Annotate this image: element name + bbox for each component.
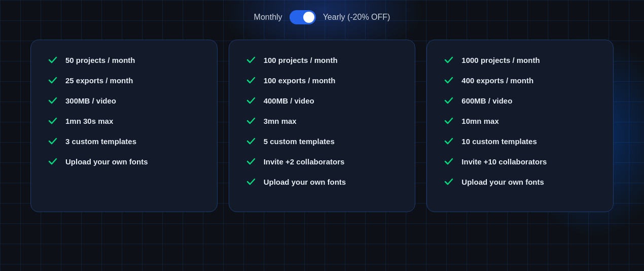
feature-item: 25 exports / month — [47, 75, 201, 86]
billing-toggle[interactable] — [290, 10, 316, 24]
feature-item: 1000 projects / month — [443, 54, 597, 65]
check-icon — [443, 136, 454, 147]
check-icon — [443, 156, 454, 167]
feature-item: 10 custom templates — [443, 136, 597, 147]
feature-item: Upload your own fonts — [47, 156, 201, 167]
check-icon — [245, 136, 257, 147]
plan-card-pro: 100 projects / month 100 exports / month… — [229, 40, 416, 212]
feature-item: Invite +2 collaborators — [245, 156, 399, 167]
feature-text: 3 custom templates — [65, 137, 136, 146]
feature-text: Upload your own fonts — [461, 178, 544, 186]
yearly-label: Yearly (-20% OFF) — [323, 13, 390, 22]
check-icon — [245, 95, 257, 106]
feature-text: Upload your own fonts — [264, 178, 346, 186]
check-icon — [245, 115, 257, 126]
feature-item: 5 custom templates — [245, 136, 399, 147]
check-icon — [443, 75, 454, 86]
feature-text: Upload your own fonts — [65, 157, 148, 166]
feature-item: 100 projects / month — [245, 54, 399, 65]
feature-text: 1mn 30s max — [65, 117, 113, 125]
feature-text: 3mn max — [264, 117, 297, 125]
feature-item: 100 exports / month — [245, 75, 399, 86]
feature-item: Invite +10 collaborators — [443, 156, 597, 167]
check-icon — [245, 176, 257, 187]
check-icon — [443, 176, 454, 187]
feature-text: 50 projects / month — [65, 56, 135, 64]
check-icon — [245, 54, 257, 65]
feature-list-business: 1000 projects / month 400 exports / mont… — [443, 54, 597, 187]
monthly-label: Monthly — [254, 13, 282, 22]
check-icon — [245, 75, 257, 86]
check-icon — [47, 115, 58, 126]
feature-text: 400 exports / month — [461, 76, 533, 85]
check-icon — [47, 95, 58, 106]
feature-item: 400MB / video — [245, 95, 399, 106]
feature-text: 5 custom templates — [264, 137, 335, 146]
feature-text: 1000 projects / month — [461, 56, 540, 64]
feature-list-starter: 50 projects / month 25 exports / month 3… — [47, 54, 201, 167]
check-icon — [47, 75, 58, 86]
check-icon — [443, 54, 454, 65]
plan-card-business: 1000 projects / month 400 exports / mont… — [426, 40, 614, 212]
feature-text: 10mn max — [461, 117, 498, 125]
feature-item: 10mn max — [443, 115, 597, 126]
check-icon — [47, 136, 58, 147]
feature-text: Invite +10 collaborators — [461, 157, 547, 166]
check-icon — [245, 156, 257, 167]
check-icon — [47, 54, 58, 65]
billing-toggle-row: Monthly Yearly (-20% OFF) — [254, 10, 390, 24]
feature-list-pro: 100 projects / month 100 exports / month… — [245, 54, 399, 187]
page-container: Monthly Yearly (-20% OFF) 50 projects / … — [0, 0, 644, 271]
feature-item: 50 projects / month — [47, 54, 201, 65]
feature-text: 100 projects / month — [264, 56, 338, 64]
check-icon — [443, 95, 454, 106]
feature-text: 25 exports / month — [65, 76, 133, 85]
feature-text: 10 custom templates — [461, 137, 536, 146]
plan-card-starter: 50 projects / month 25 exports / month 3… — [30, 40, 218, 212]
feature-item: 400 exports / month — [443, 75, 597, 86]
plans-container: 50 projects / month 25 exports / month 3… — [0, 40, 644, 212]
feature-text: 100 exports / month — [264, 76, 336, 85]
feature-text: 600MB / video — [461, 96, 512, 105]
feature-item: 600MB / video — [443, 95, 597, 106]
check-icon — [443, 115, 454, 126]
feature-text: 400MB / video — [264, 96, 314, 105]
toggle-knob — [303, 12, 314, 23]
feature-item: Upload your own fonts — [443, 176, 597, 187]
feature-item: 3 custom templates — [47, 136, 201, 147]
check-icon — [47, 156, 58, 167]
feature-text: 300MB / video — [65, 96, 116, 105]
feature-text: Invite +2 collaborators — [264, 157, 345, 166]
feature-item: 3mn max — [245, 115, 399, 126]
feature-item: 300MB / video — [47, 95, 201, 106]
feature-item: 1mn 30s max — [47, 115, 201, 126]
feature-item: Upload your own fonts — [245, 176, 399, 187]
